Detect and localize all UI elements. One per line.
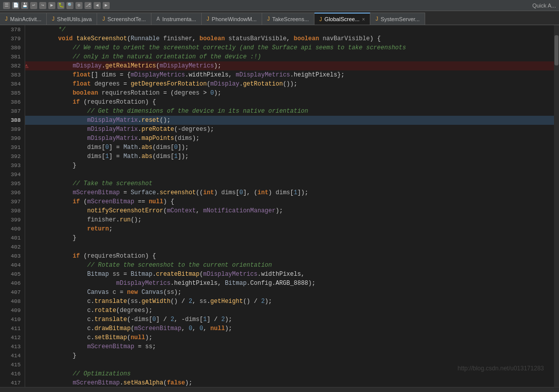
code-text-397: if (mScreenBitmap == null) { [29, 197, 174, 206]
code-text-417: mScreenBitmap.setHasAlpha(false); [29, 378, 192, 387]
code-text-412: c.setBitmap(null); [29, 333, 152, 342]
line-num-415: 415 [2, 360, 21, 369]
code-line-403[interactable]: if (requiresRotation) { [25, 252, 554, 261]
titlebar: ☰ 📄 💾 ↩ ↪ ▶ 🐛 🔍 ⚙ ⎇ ◀ ▶ Quick A... [0, 0, 559, 11]
code-line-401[interactable]: } [25, 233, 554, 243]
vcs-icon[interactable]: ⎇ [85, 2, 92, 9]
code-text-407: Canvas c = new Canvas(ss); [29, 288, 182, 297]
line-num-414: 414 [2, 351, 21, 360]
code-line-389[interactable]: mDisplayMatrix.preRotate(-degrees); [25, 125, 554, 134]
code-line-407[interactable]: Canvas c = new Canvas(ss); [25, 288, 554, 297]
line-num-403: 403 [2, 252, 21, 261]
code-line-378[interactable]: */ [25, 25, 554, 34]
code-line-383[interactable]: float[] dims = {mDisplayMetrics.widthPix… [25, 70, 554, 80]
line-num-416: 416 [2, 369, 21, 378]
tab-label-systemserver: SystemServer... [380, 16, 420, 22]
scrollbar-thumb[interactable] [554, 35, 558, 65]
code-line-400[interactable]: return; [25, 224, 554, 233]
back-icon[interactable]: ◀ [94, 2, 101, 9]
code-line-386[interactable]: if (requiresRotation) { [25, 98, 554, 107]
code-line-390[interactable]: mDisplayMatrix.mapPoints(dims); [25, 134, 554, 143]
code-line-402[interactable] [25, 243, 554, 252]
code-line-381[interactable]: // only in the natural orientation of th… [25, 52, 554, 61]
tab-label-instrumenta: Instrumenta... [163, 16, 196, 22]
code-content[interactable]: */ void takeScreenshot(Runnable finisher… [25, 25, 554, 387]
code-text-414: } [29, 351, 76, 360]
code-line-408[interactable]: c.translate(ss.getWidth() / 2, ss.getHei… [25, 297, 554, 306]
quick-access-label[interactable]: Quick A... [532, 3, 556, 9]
line-num-405: 405 [2, 270, 21, 279]
horizontal-scrollbar[interactable] [0, 387, 559, 392]
code-text-409: c.rotate(degrees); [29, 306, 152, 315]
code-line-396[interactable]: mScreenBitmap = Surface.screenshot((int)… [25, 188, 554, 197]
refactor-icon[interactable]: ⚙ [75, 2, 83, 9]
file-icon[interactable]: 📄 [12, 2, 19, 9]
tab-close-globalscree[interactable]: × [362, 17, 365, 22]
run-icon[interactable]: ▶ [48, 2, 55, 9]
code-line-384[interactable]: float degrees = getDegreesForRotation(mD… [25, 80, 554, 89]
search-icon[interactable]: 🔍 [66, 2, 73, 9]
line-num-417: 417 [2, 378, 21, 387]
tab-icon-phonewindowm: J [207, 16, 209, 22]
tab-shellutils[interactable]: JShellUtils.java [47, 13, 97, 25]
tab-mainactivity[interactable]: JMainActivit... [0, 13, 47, 25]
code-line-398[interactable]: notifyScreenshotError(mContext, mNotific… [25, 206, 554, 215]
debug-icon[interactable]: 🐛 [57, 2, 64, 9]
tab-systemserver[interactable]: JSystemServer... [370, 13, 425, 25]
code-line-397[interactable]: if (mScreenBitmap == null) { [25, 197, 554, 206]
redo-icon[interactable]: ↪ [39, 2, 46, 9]
code-text-408: c.translate(ss.getWidth() / 2, ss.getHei… [29, 297, 272, 306]
code-line-406[interactable]: mDisplayMetrics.heightPixels, Bitmap.Con… [25, 279, 554, 288]
line-num-382: 382 [2, 61, 21, 70]
code-line-413[interactable]: mScreenBitmap = ss; [25, 342, 554, 351]
tab-icon-screenshotte: J [102, 16, 105, 22]
undo-icon[interactable]: ↩ [30, 2, 37, 9]
line-num-378: 378 [2, 25, 21, 34]
tab-instrumenta[interactable]: AInstrumenta... [151, 13, 202, 25]
code-text-386: if (requiresRotation) { [29, 98, 156, 107]
vertical-scrollbar[interactable] [554, 25, 559, 387]
line-num-410: 410 [2, 315, 21, 324]
save-icon[interactable]: 💾 [21, 2, 28, 9]
code-line-380[interactable]: // We need to orient the screenshot corr… [25, 43, 554, 52]
code-line-387[interactable]: // Get the dimensions of the device in i… [25, 107, 554, 116]
line-num-388: 388 [2, 116, 21, 125]
code-line-405[interactable]: Bitmap ss = Bitmap.createBitmap(mDisplay… [25, 270, 554, 279]
code-line-417[interactable]: mScreenBitmap.setHasAlpha(false); [25, 378, 554, 387]
code-line-415[interactable] [25, 360, 554, 369]
tab-phonewindowm[interactable]: JPhoneWindowM... [202, 13, 262, 25]
line-num-412: 412 [2, 333, 21, 342]
line-num-386: 386 [2, 98, 21, 107]
code-line-410[interactable]: c.translate(-dims[0] / 2, -dims[1] / 2); [25, 315, 554, 324]
code-line-392[interactable]: dims[1] = Math.abs(dims[1]); [25, 152, 554, 161]
code-line-412[interactable]: c.setBitmap(null); [25, 333, 554, 342]
code-line-391[interactable]: dims[0] = Math.abs(dims[0]); [25, 143, 554, 152]
line-num-389: 389 [2, 125, 21, 134]
code-line-399[interactable]: finisher.run(); [25, 215, 554, 224]
code-line-393[interactable]: } [25, 161, 554, 170]
line-num-390: 390 [2, 134, 21, 143]
code-line-409[interactable]: c.rotate(degrees); [25, 306, 554, 315]
code-line-395[interactable]: // Take the screenshot [25, 179, 554, 188]
code-line-385[interactable]: boolean requiresRotation = (degrees > 0)… [25, 89, 554, 98]
tab-label-screenshotte: ScreenshotTe... [107, 16, 145, 22]
line-num-392: 392 [2, 152, 21, 161]
code-line-414[interactable]: } [25, 351, 554, 360]
tab-icon-takescreens: J [267, 16, 270, 22]
code-text-410: c.translate(-dims[0] / 2, -dims[1] / 2); [29, 315, 232, 324]
code-line-379[interactable]: void takeScreenshot(Runnable finisher, b… [25, 34, 554, 43]
code-line-394[interactable] [25, 170, 554, 179]
tab-globalscree[interactable]: JGlobalScree...× [314, 13, 371, 25]
code-line-388[interactable]: mDisplayMatrix.reset(); [25, 116, 554, 125]
code-line-382[interactable]: ⚠ mDisplay.getRealMetrics(mDisplayMetric… [25, 61, 554, 70]
line-num-398: 398 [2, 206, 21, 215]
tab-takescreens[interactable]: JTakeScreens... [262, 13, 314, 25]
tab-screenshotte[interactable]: JScreenshotTe... [97, 13, 151, 25]
code-line-411[interactable]: c.drawBitmap(mScreenBitmap, 0, 0, null); [25, 324, 554, 333]
code-line-404[interactable]: // Rotate the screenshot to the current … [25, 261, 554, 270]
code-text-383: float[] dims = {mDisplayMetrics.widthPix… [29, 70, 345, 80]
forward-icon[interactable]: ▶ [103, 2, 110, 9]
code-line-416[interactable]: // Optimizations [25, 369, 554, 378]
menu-icon[interactable]: ☰ [3, 2, 10, 9]
tab-icon-shellutils: J [52, 16, 54, 22]
